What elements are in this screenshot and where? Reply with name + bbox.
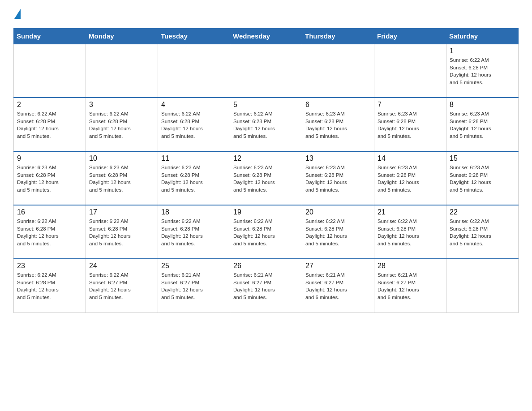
day-info: Sunrise: 6:22 AMSunset: 6:28 PMDaylight:…: [17, 110, 82, 140]
calendar-cell: [86, 44, 158, 98]
calendar-cell: 16Sunrise: 6:22 AMSunset: 6:28 PMDayligh…: [14, 205, 86, 259]
day-info: Sunrise: 6:22 AMSunset: 6:28 PMDaylight:…: [450, 218, 515, 248]
day-info: Sunrise: 6:22 AMSunset: 6:28 PMDaylight:…: [161, 110, 227, 140]
day-info: Sunrise: 6:22 AMSunset: 6:28 PMDaylight:…: [233, 218, 299, 248]
day-number: 16: [17, 208, 82, 216]
day-info: Sunrise: 6:23 AMSunset: 6:28 PMDaylight:…: [378, 164, 443, 194]
day-header-friday: Friday: [374, 29, 446, 44]
day-info: Sunrise: 6:23 AMSunset: 6:28 PMDaylight:…: [378, 110, 443, 140]
day-number: 9: [17, 154, 82, 163]
calendar-cell: [158, 44, 230, 98]
day-header-wednesday: Wednesday: [230, 29, 302, 44]
day-number: 10: [89, 154, 154, 163]
day-number: 20: [305, 208, 371, 216]
calendar-cell: 18Sunrise: 6:22 AMSunset: 6:28 PMDayligh…: [158, 205, 230, 259]
calendar-cell: 14Sunrise: 6:23 AMSunset: 6:28 PMDayligh…: [374, 151, 446, 205]
calendar-cell: [302, 44, 374, 98]
calendar-cell: [374, 44, 446, 98]
day-number: 24: [89, 262, 154, 270]
calendar-cell: 9Sunrise: 6:23 AMSunset: 6:28 PMDaylight…: [14, 151, 86, 205]
calendar-cell: 20Sunrise: 6:22 AMSunset: 6:28 PMDayligh…: [302, 205, 374, 259]
day-number: 3: [89, 101, 154, 109]
calendar-cell: 21Sunrise: 6:22 AMSunset: 6:28 PMDayligh…: [374, 205, 446, 259]
calendar-cell: [14, 44, 86, 98]
calendar-cell: 27Sunrise: 6:21 AMSunset: 6:27 PMDayligh…: [302, 259, 374, 313]
day-number: 12: [233, 154, 299, 163]
day-info: Sunrise: 6:23 AMSunset: 6:28 PMDaylight:…: [161, 164, 227, 194]
day-info: Sunrise: 6:22 AMSunset: 6:28 PMDaylight:…: [89, 110, 154, 140]
calendar-cell: 23Sunrise: 6:22 AMSunset: 6:28 PMDayligh…: [14, 259, 86, 313]
calendar-cell: 5Sunrise: 6:22 AMSunset: 6:28 PMDaylight…: [230, 98, 302, 151]
calendar-cell: [230, 44, 302, 98]
page-header: [13, 9, 519, 20]
calendar-cell: 10Sunrise: 6:23 AMSunset: 6:28 PMDayligh…: [86, 151, 158, 205]
calendar-cell: 3Sunrise: 6:22 AMSunset: 6:28 PMDaylight…: [86, 98, 158, 151]
calendar-cell: 2Sunrise: 6:22 AMSunset: 6:28 PMDaylight…: [14, 98, 86, 151]
day-header-tuesday: Tuesday: [158, 29, 230, 44]
day-number: 27: [305, 262, 371, 270]
day-info: Sunrise: 6:23 AMSunset: 6:28 PMDaylight:…: [450, 164, 515, 194]
calendar-cell: 22Sunrise: 6:22 AMSunset: 6:28 PMDayligh…: [446, 205, 519, 259]
logo: [13, 9, 21, 20]
calendar-week-row: 2Sunrise: 6:22 AMSunset: 6:28 PMDaylight…: [14, 98, 519, 151]
day-info: Sunrise: 6:22 AMSunset: 6:28 PMDaylight:…: [305, 218, 371, 248]
calendar-cell: 19Sunrise: 6:22 AMSunset: 6:28 PMDayligh…: [230, 205, 302, 259]
logo-arrow: [14, 9, 21, 20]
day-info: Sunrise: 6:22 AMSunset: 6:28 PMDaylight:…: [89, 218, 154, 248]
calendar-cell: 24Sunrise: 6:22 AMSunset: 6:27 PMDayligh…: [86, 259, 158, 313]
day-info: Sunrise: 6:23 AMSunset: 6:28 PMDaylight:…: [305, 110, 371, 140]
calendar-cell: 25Sunrise: 6:21 AMSunset: 6:27 PMDayligh…: [158, 259, 230, 313]
day-number: 15: [450, 154, 515, 163]
day-number: 1: [450, 47, 515, 55]
day-header-monday: Monday: [86, 29, 158, 44]
day-number: 13: [305, 154, 371, 163]
calendar-header-row: SundayMondayTuesdayWednesdayThursdayFrid…: [14, 29, 519, 44]
day-info: Sunrise: 6:23 AMSunset: 6:28 PMDaylight:…: [233, 164, 299, 194]
day-header-saturday: Saturday: [446, 29, 519, 44]
day-info: Sunrise: 6:21 AMSunset: 6:27 PMDaylight:…: [161, 271, 227, 301]
calendar-week-row: 23Sunrise: 6:22 AMSunset: 6:28 PMDayligh…: [14, 259, 519, 313]
calendar-cell: 6Sunrise: 6:23 AMSunset: 6:28 PMDaylight…: [302, 98, 374, 151]
day-info: Sunrise: 6:22 AMSunset: 6:28 PMDaylight:…: [161, 218, 227, 248]
day-info: Sunrise: 6:23 AMSunset: 6:28 PMDaylight:…: [450, 110, 515, 140]
day-number: 26: [233, 262, 299, 270]
day-header-sunday: Sunday: [14, 29, 86, 44]
day-info: Sunrise: 6:23 AMSunset: 6:28 PMDaylight:…: [17, 164, 82, 194]
day-info: Sunrise: 6:22 AMSunset: 6:28 PMDaylight:…: [17, 271, 82, 301]
day-number: 4: [161, 101, 227, 109]
calendar-cell: 12Sunrise: 6:23 AMSunset: 6:28 PMDayligh…: [230, 151, 302, 205]
calendar-cell: 17Sunrise: 6:22 AMSunset: 6:28 PMDayligh…: [86, 205, 158, 259]
day-number: 21: [378, 208, 443, 216]
day-number: 23: [17, 262, 82, 270]
calendar-table: SundayMondayTuesdayWednesdayThursdayFrid…: [13, 28, 519, 313]
calendar-cell: [446, 259, 519, 313]
calendar-cell: 28Sunrise: 6:21 AMSunset: 6:27 PMDayligh…: [374, 259, 446, 313]
day-info: Sunrise: 6:21 AMSunset: 6:27 PMDaylight:…: [378, 271, 443, 301]
day-info: Sunrise: 6:23 AMSunset: 6:28 PMDaylight:…: [305, 164, 371, 194]
calendar-cell: 15Sunrise: 6:23 AMSunset: 6:28 PMDayligh…: [446, 151, 519, 205]
day-info: Sunrise: 6:22 AMSunset: 6:28 PMDaylight:…: [233, 110, 299, 140]
calendar-week-row: 9Sunrise: 6:23 AMSunset: 6:28 PMDaylight…: [14, 151, 519, 205]
calendar-cell: 11Sunrise: 6:23 AMSunset: 6:28 PMDayligh…: [158, 151, 230, 205]
day-number: 17: [89, 208, 154, 216]
day-info: Sunrise: 6:23 AMSunset: 6:28 PMDaylight:…: [89, 164, 154, 194]
logo-triangle-icon: [14, 9, 21, 19]
day-info: Sunrise: 6:22 AMSunset: 6:28 PMDaylight:…: [450, 56, 515, 86]
day-header-thursday: Thursday: [302, 29, 374, 44]
day-number: 2: [17, 101, 82, 109]
calendar-cell: 8Sunrise: 6:23 AMSunset: 6:28 PMDaylight…: [446, 98, 519, 151]
day-number: 8: [450, 101, 515, 109]
day-number: 11: [161, 154, 227, 163]
day-info: Sunrise: 6:21 AMSunset: 6:27 PMDaylight:…: [305, 271, 371, 301]
calendar-cell: 1Sunrise: 6:22 AMSunset: 6:28 PMDaylight…: [446, 44, 519, 98]
day-number: 25: [161, 262, 227, 270]
day-number: 19: [233, 208, 299, 216]
day-number: 22: [450, 208, 515, 216]
calendar-cell: 7Sunrise: 6:23 AMSunset: 6:28 PMDaylight…: [374, 98, 446, 151]
calendar-cell: 13Sunrise: 6:23 AMSunset: 6:28 PMDayligh…: [302, 151, 374, 205]
day-number: 6: [305, 101, 371, 109]
calendar-cell: 4Sunrise: 6:22 AMSunset: 6:28 PMDaylight…: [158, 98, 230, 151]
day-number: 28: [378, 262, 443, 270]
day-info: Sunrise: 6:21 AMSunset: 6:27 PMDaylight:…: [233, 271, 299, 301]
calendar-cell: 26Sunrise: 6:21 AMSunset: 6:27 PMDayligh…: [230, 259, 302, 313]
